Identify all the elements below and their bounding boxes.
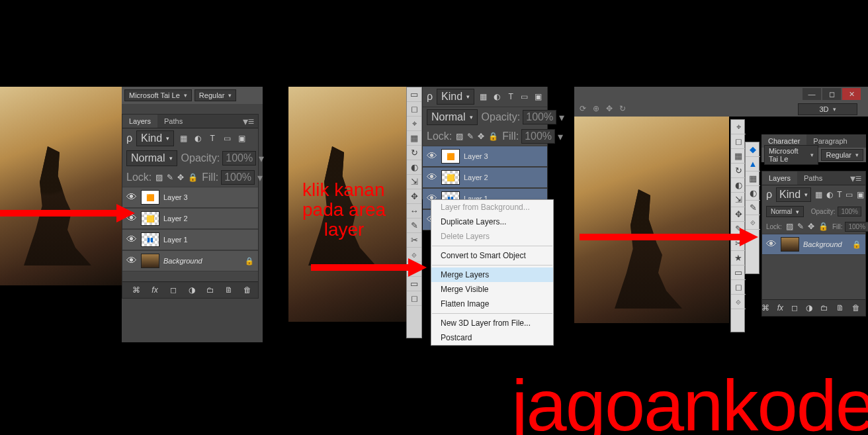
tool-icon[interactable]: ⇲: [731, 193, 746, 207]
filter-adjust-icon[interactable]: ◐: [826, 189, 833, 200]
tool-icon[interactable]: ✥: [731, 207, 746, 222]
trash-icon[interactable]: 🗑: [852, 303, 860, 313]
filter-type-icon[interactable]: T: [207, 133, 218, 144]
ctx-merge-layers[interactable]: Merge Layers: [431, 267, 553, 282]
fill-adjust-icon[interactable]: ◑: [806, 303, 812, 313]
new-layer-icon[interactable]: 🗎: [224, 285, 234, 295]
group-icon[interactable]: 🗀: [205, 285, 216, 295]
tool-icon[interactable]: ◻: [731, 280, 746, 295]
font-family-select[interactable]: Microsoft Tai Le: [124, 89, 192, 101]
fill-adjust-icon[interactable]: ◑: [187, 285, 197, 295]
layer-row[interactable]: 👁 ▮▮ Layer 1: [122, 229, 258, 250]
ctx-convert-smart-object[interactable]: Convert to Smart Object: [431, 248, 553, 263]
tool-icon[interactable]: ↔: [407, 204, 421, 218]
font-style-select[interactable]: Regular: [821, 149, 863, 161]
lock-all-icon[interactable]: 🔒: [818, 221, 828, 232]
tool-icon[interactable]: ◐: [731, 178, 746, 193]
filter-smart-icon[interactable]: ▣: [857, 189, 864, 200]
font-style-select[interactable]: Regular: [195, 89, 237, 101]
tool-icon[interactable]: ⌖: [731, 120, 746, 134]
filter-smart-icon[interactable]: ▣: [236, 133, 247, 144]
lock-all-icon[interactable]: 🔒: [188, 172, 198, 183]
window-close-button[interactable]: ✕: [842, 88, 861, 100]
filter-shape-icon[interactable]: ▭: [222, 133, 232, 144]
fill-value[interactable]: 100%: [221, 170, 255, 185]
opacity-value[interactable]: 100%: [838, 207, 861, 217]
fill-value[interactable]: 100%: [521, 129, 555, 144]
ctx-flatten-image[interactable]: Flatten Image: [431, 297, 553, 311]
layer-row[interactable]: 👁🟧Layer 3: [423, 146, 547, 167]
nav-icon[interactable]: ✥: [606, 104, 613, 113]
ctx-duplicate-layers[interactable]: Duplicate Layers...: [431, 215, 553, 229]
tab-paths[interactable]: Paths: [797, 171, 829, 185]
tool-icon[interactable]: ◻: [731, 134, 746, 149]
filter-type-icon[interactable]: T: [506, 91, 516, 102]
tool-icon[interactable]: ◐: [407, 160, 421, 175]
layer-filter-kind[interactable]: Kind: [437, 89, 474, 105]
blend-mode-select[interactable]: Normal: [126, 150, 177, 166]
filter-shape-icon[interactable]: ▭: [846, 189, 853, 200]
tool-icon[interactable]: ↻: [731, 164, 746, 178]
lock-trans-icon[interactable]: ▨: [155, 172, 163, 183]
panel-menu-icon[interactable]: ▾≡: [846, 172, 865, 185]
filter-adjust-icon[interactable]: ◐: [492, 91, 502, 102]
eye-icon[interactable]: 👁: [126, 255, 137, 267]
group-icon[interactable]: 🗀: [820, 303, 828, 313]
window-restore-button[interactable]: ◻: [822, 88, 841, 100]
opacity-value[interactable]: 100%: [222, 151, 256, 166]
filter-shape-icon[interactable]: ▭: [519, 91, 529, 102]
ctx-postcard[interactable]: Postcard: [431, 330, 553, 345]
tool-icon[interactable]: ▦: [746, 171, 760, 186]
tool-icon[interactable]: ✎: [407, 218, 421, 233]
tool-icon[interactable]: ✥: [407, 189, 421, 204]
lock-pos-icon[interactable]: ✥: [808, 221, 814, 232]
tool-icon[interactable]: ★: [731, 251, 746, 266]
layer-row[interactable]: 👁 🟧 Layer 3: [122, 187, 258, 208]
nav-icon[interactable]: ⊕: [593, 104, 599, 113]
eye-icon[interactable]: 👁: [766, 238, 777, 250]
font-family-select[interactable]: Microsoft Tai Le: [764, 145, 818, 165]
tool-icon[interactable]: ◐: [746, 186, 760, 201]
eye-icon[interactable]: 👁: [427, 171, 437, 183]
tool-icon[interactable]: ▭: [407, 87, 421, 102]
layer-row[interactable]: 👁 Background 🔒: [762, 234, 865, 255]
tool-icon[interactable]: ▲: [746, 157, 760, 171]
tool-icon[interactable]: ✂: [407, 233, 421, 248]
tool-icon[interactable]: ◻: [407, 102, 421, 117]
tab-layers[interactable]: Layers: [122, 115, 157, 128]
panel-menu-icon[interactable]: ▾≡: [239, 115, 258, 128]
tool-icon[interactable]: ▭: [407, 277, 421, 291]
layer-row[interactable]: 👁🟨Layer 2: [423, 167, 547, 188]
link-icon[interactable]: ⌘: [761, 303, 769, 313]
eye-icon[interactable]: 👁: [126, 191, 137, 203]
tool-icon[interactable]: ◻: [407, 291, 421, 306]
tool-icon[interactable]: ◆: [746, 142, 760, 157]
tab-layers[interactable]: Layers: [762, 171, 797, 185]
blend-mode-select[interactable]: Normal: [427, 109, 478, 125]
lock-paint-icon[interactable]: ✎: [797, 221, 804, 232]
tool-icon[interactable]: ✎: [746, 201, 760, 215]
filter-image-icon[interactable]: ▦: [478, 91, 488, 102]
trash-icon[interactable]: 🗑: [242, 285, 253, 295]
fill-value[interactable]: 100%: [845, 222, 868, 232]
lock-pos-icon[interactable]: ✥: [478, 131, 484, 142]
link-icon[interactable]: ⌘: [131, 285, 142, 295]
eye-icon[interactable]: 👁: [126, 234, 137, 246]
nav-icon[interactable]: ↻: [619, 104, 626, 113]
filter-image-icon[interactable]: ▦: [815, 189, 822, 200]
tool-icon[interactable]: ⇲: [407, 175, 421, 189]
filter-type-icon[interactable]: T: [837, 189, 842, 200]
3d-mode-select[interactable]: 3D: [798, 103, 857, 115]
tab-paths[interactable]: Paths: [157, 115, 189, 128]
tool-icon[interactable]: ⌖: [407, 117, 421, 131]
nav-icon[interactable]: ⟳: [580, 104, 586, 113]
filter-smart-icon[interactable]: ▣: [533, 91, 543, 102]
tool-icon[interactable]: ⟐: [731, 295, 746, 309]
tool-icon[interactable]: ▦: [731, 149, 746, 164]
tool-icon[interactable]: ▦: [407, 131, 421, 146]
ctx-merge-visible[interactable]: Merge Visible: [431, 282, 553, 297]
lock-trans-icon[interactable]: ▨: [456, 131, 463, 142]
filter-image-icon[interactable]: ▦: [178, 133, 189, 144]
new-layer-icon[interactable]: 🗎: [836, 303, 844, 313]
fx-icon[interactable]: fx: [777, 303, 783, 313]
